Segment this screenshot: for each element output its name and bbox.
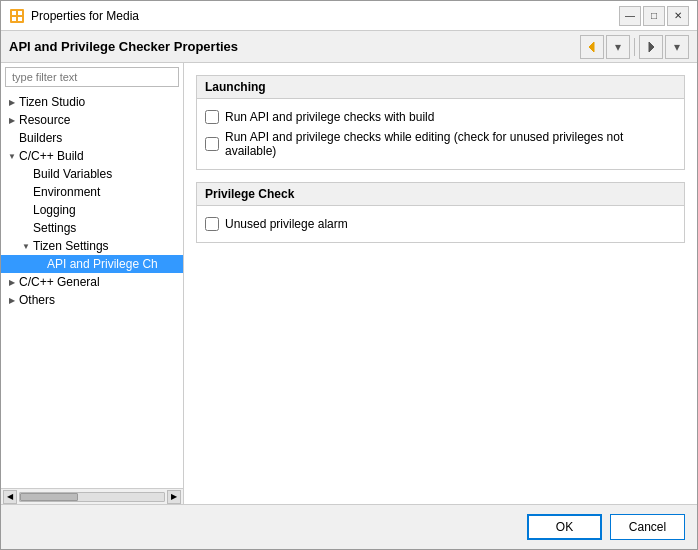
expand-arrow: ▶	[5, 95, 19, 109]
right-panel: Launching Run API and privilege checks w…	[184, 63, 697, 504]
forward-button[interactable]	[639, 35, 663, 59]
expand-arrow	[19, 221, 33, 235]
tree-label: API and Privilege Ch	[47, 257, 158, 271]
svg-rect-3	[12, 17, 16, 21]
toolbar: API and Privilege Checker Properties ▾ ▾	[1, 31, 697, 63]
expand-arrow: ▶	[5, 275, 19, 289]
left-panel: ▶ Tizen Studio ▶ Resource Builders ▼ C/C…	[1, 63, 184, 504]
window-icon	[9, 8, 25, 24]
title-bar-left: Properties for Media	[9, 8, 139, 24]
title-bar-buttons: — □ ✕	[619, 6, 689, 26]
tree-item-logging[interactable]: Logging	[1, 201, 183, 219]
expand-arrow	[33, 257, 47, 271]
tree-item-tizen-settings[interactable]: ▼ Tizen Settings	[1, 237, 183, 255]
tree-label: Logging	[33, 203, 76, 217]
tree-label: Environment	[33, 185, 100, 199]
expand-arrow: ▼	[19, 239, 33, 253]
scroll-track[interactable]	[19, 492, 165, 502]
expand-arrow: ▶	[5, 113, 19, 127]
tree-item-settings[interactable]: Settings	[1, 219, 183, 237]
cancel-button[interactable]: Cancel	[610, 514, 685, 540]
run-with-build-label: Run API and privilege checks with build	[225, 110, 434, 124]
back-button[interactable]	[580, 35, 604, 59]
window-title: Properties for Media	[31, 9, 139, 23]
run-while-editing-checkbox[interactable]	[205, 137, 219, 151]
main-content: ▶ Tizen Studio ▶ Resource Builders ▼ C/C…	[1, 63, 697, 504]
run-while-editing-row: Run API and privilege checks while editi…	[205, 127, 676, 161]
launching-header: Launching	[197, 76, 684, 99]
close-button[interactable]: ✕	[667, 6, 689, 26]
tree-item-build-variables[interactable]: Build Variables	[1, 165, 183, 183]
tree-item-cpp-build[interactable]: ▼ C/C++ Build	[1, 147, 183, 165]
horizontal-scrollbar: ◀ ▶	[1, 488, 183, 504]
svg-marker-5	[589, 42, 594, 52]
toolbar-actions: ▾ ▾	[580, 35, 689, 59]
run-with-build-checkbox[interactable]	[205, 110, 219, 124]
expand-arrow: ▼	[5, 149, 19, 163]
tree-label: Settings	[33, 221, 76, 235]
expand-arrow	[19, 185, 33, 199]
scroll-left-button[interactable]: ◀	[3, 490, 17, 504]
back-dropdown-button[interactable]: ▾	[606, 35, 630, 59]
expand-arrow	[5, 131, 19, 145]
svg-rect-1	[12, 11, 16, 15]
maximize-button[interactable]: □	[643, 6, 665, 26]
tree-item-environment[interactable]: Environment	[1, 183, 183, 201]
tree-item-others[interactable]: ▶ Others	[1, 291, 183, 309]
ok-button[interactable]: OK	[527, 514, 602, 540]
svg-rect-4	[18, 17, 22, 21]
toolbar-separator	[634, 38, 635, 56]
bottom-bar: OK Cancel	[1, 504, 697, 549]
run-while-editing-label: Run API and privilege checks while editi…	[225, 130, 676, 158]
tree-item-api-privilege[interactable]: API and Privilege Ch	[1, 255, 183, 273]
scroll-right-button[interactable]: ▶	[167, 490, 181, 504]
expand-arrow: ▶	[5, 293, 19, 307]
expand-arrow	[19, 167, 33, 181]
unused-alarm-label: Unused privilege alarm	[225, 217, 348, 231]
minimize-button[interactable]: —	[619, 6, 641, 26]
scroll-thumb	[20, 493, 78, 501]
launching-body: Run API and privilege checks with build …	[197, 99, 684, 169]
privilege-check-body: Unused privilege alarm	[197, 206, 684, 242]
filter-input[interactable]	[5, 67, 179, 87]
unused-alarm-row: Unused privilege alarm	[205, 214, 676, 234]
panel-title: API and Privilege Checker Properties	[9, 39, 238, 54]
tree-area: ▶ Tizen Studio ▶ Resource Builders ▼ C/C…	[1, 91, 183, 488]
forward-dropdown-button[interactable]: ▾	[665, 35, 689, 59]
tree-label: Builders	[19, 131, 62, 145]
tree-label: Others	[19, 293, 55, 307]
tree-label: C/C++ Build	[19, 149, 84, 163]
tree-item-tizen-studio[interactable]: ▶ Tizen Studio	[1, 93, 183, 111]
tree-item-resource[interactable]: ▶ Resource	[1, 111, 183, 129]
privilege-check-header: Privilege Check	[197, 183, 684, 206]
properties-window: Properties for Media — □ ✕ API and Privi…	[0, 0, 698, 550]
launching-section: Launching Run API and privilege checks w…	[196, 75, 685, 170]
tree-label: Resource	[19, 113, 70, 127]
tree-label: Tizen Studio	[19, 95, 85, 109]
tree-label: Tizen Settings	[33, 239, 109, 253]
svg-marker-6	[649, 42, 654, 52]
expand-arrow	[19, 203, 33, 217]
tree-item-builders[interactable]: Builders	[1, 129, 183, 147]
tree-label: Build Variables	[33, 167, 112, 181]
tree-label: C/C++ General	[19, 275, 100, 289]
unused-alarm-checkbox[interactable]	[205, 217, 219, 231]
svg-rect-2	[18, 11, 22, 15]
run-with-build-row: Run API and privilege checks with build	[205, 107, 676, 127]
title-bar: Properties for Media — □ ✕	[1, 1, 697, 31]
tree-item-cpp-general[interactable]: ▶ C/C++ General	[1, 273, 183, 291]
privilege-check-section: Privilege Check Unused privilege alarm	[196, 182, 685, 243]
